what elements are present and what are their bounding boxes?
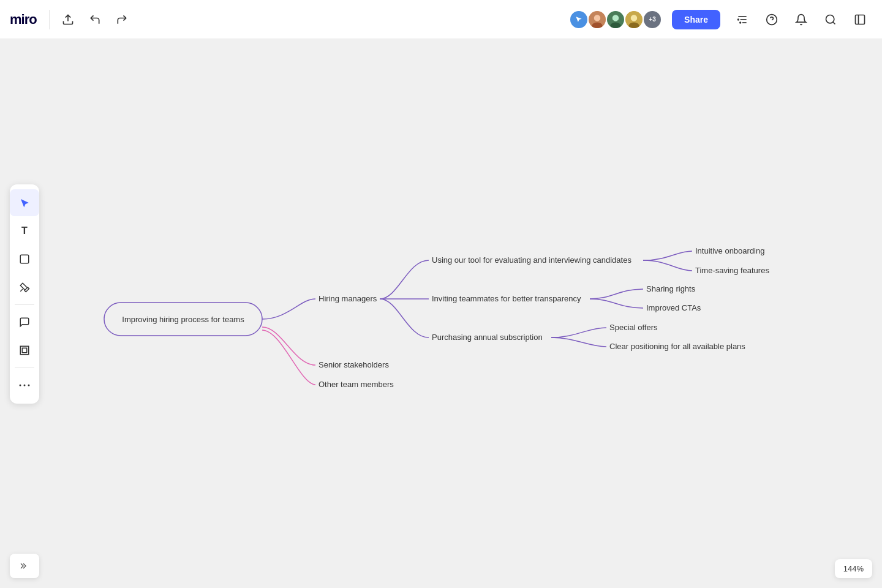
- svg-point-1: [594, 15, 601, 21]
- pen-tool[interactable]: [10, 274, 39, 301]
- avatar-extra: +3: [643, 10, 662, 29]
- header: miro +3 Share: [0, 0, 882, 39]
- more-tools[interactable]: [10, 372, 39, 399]
- search-button[interactable]: [818, 7, 843, 32]
- select-tool[interactable]: [10, 189, 39, 216]
- svg-point-39: [24, 385, 26, 386]
- header-divider-1: [49, 10, 50, 29]
- svg-text:Improved CTAs: Improved CTAs: [646, 303, 701, 312]
- svg-text:Other team members: Other team members: [318, 380, 394, 389]
- svg-point-16: [826, 15, 834, 23]
- share-button[interactable]: Share: [672, 10, 720, 29]
- svg-point-4: [612, 15, 619, 21]
- toolbar-divider-2: [15, 368, 34, 368]
- svg-text:Inviting teammates for better : Inviting teammates for better transparen…: [432, 294, 581, 303]
- frame-tool[interactable]: [10, 337, 39, 364]
- svg-text:Special offers: Special offers: [609, 323, 658, 332]
- svg-point-13: [739, 21, 741, 23]
- help-button[interactable]: [760, 7, 784, 32]
- svg-text:Senior stakeholders: Senior stakeholders: [318, 360, 389, 369]
- upload-button[interactable]: [57, 9, 79, 31]
- toolbar-divider: [15, 304, 34, 305]
- collaborators-area: +3: [569, 10, 662, 29]
- svg-point-40: [28, 385, 30, 386]
- svg-text:Purchasing annual subscription: Purchasing annual subscription: [432, 333, 543, 342]
- zoom-indicator: 144%: [835, 559, 872, 578]
- redo-button[interactable]: [111, 9, 133, 31]
- svg-point-38: [20, 385, 21, 386]
- avatar-2: [606, 10, 625, 29]
- svg-point-7: [631, 15, 638, 21]
- svg-text:Improving hiring process for t: Improving hiring process for teams: [122, 315, 244, 324]
- text-tool[interactable]: T: [10, 217, 39, 244]
- logo: miro: [10, 12, 37, 28]
- comment-tool[interactable]: [10, 309, 39, 336]
- svg-rect-36: [20, 346, 29, 355]
- svg-line-35: [20, 289, 23, 292]
- expand-panel-button[interactable]: [10, 554, 39, 578]
- avatar-1: [587, 10, 607, 29]
- notifications-button[interactable]: [789, 7, 813, 32]
- svg-text:Using our tool for evaluating : Using our tool for evaluating and interv…: [432, 255, 631, 265]
- svg-point-12: [737, 18, 739, 20]
- svg-line-17: [833, 21, 835, 24]
- svg-text:Hiring managers: Hiring managers: [318, 294, 377, 303]
- canvas[interactable]: Improving hiring process for teams Hirin…: [0, 39, 882, 588]
- svg-text:Intuitive onboarding: Intuitive onboarding: [695, 246, 764, 255]
- svg-text:Clear positioning for all avai: Clear positioning for all available plan…: [609, 342, 745, 351]
- svg-rect-37: [22, 348, 27, 353]
- svg-rect-18: [856, 15, 865, 24]
- svg-text:Sharing rights: Sharing rights: [646, 284, 696, 293]
- svg-rect-34: [20, 255, 29, 263]
- svg-text:Time-saving features: Time-saving features: [695, 266, 769, 275]
- left-toolbar: T: [10, 184, 39, 404]
- sidebar-toggle-button[interactable]: [848, 7, 872, 32]
- avatar-3: [624, 10, 644, 29]
- cursor-avatar: [569, 10, 589, 29]
- undo-button[interactable]: [84, 9, 106, 31]
- mindmap-container: Improving hiring process for teams Hirin…: [0, 39, 882, 588]
- sticky-note-tool[interactable]: [10, 246, 39, 273]
- customize-button[interactable]: [730, 7, 755, 32]
